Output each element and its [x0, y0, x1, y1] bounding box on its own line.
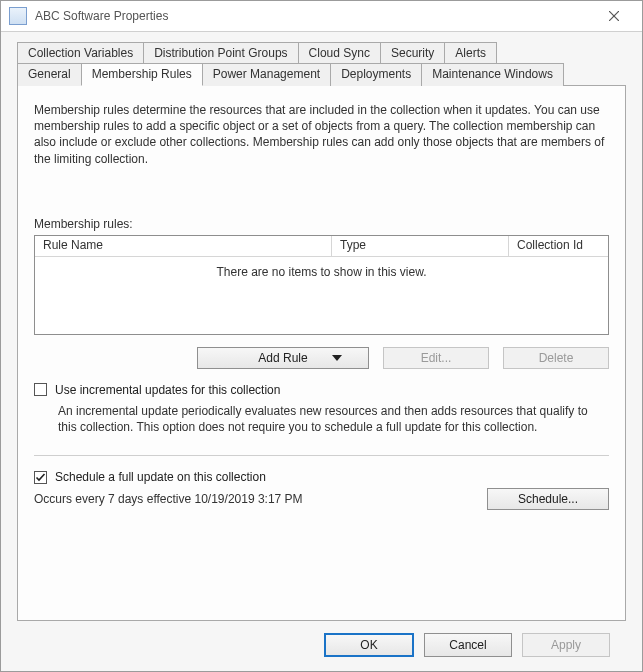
checkmark-icon	[35, 472, 46, 483]
listview-empty-text: There are no items to show in this view.	[216, 265, 426, 279]
dropdown-caret-icon	[332, 355, 342, 361]
rule-button-row: Add Rule Edit... Delete	[34, 347, 609, 369]
titlebar[interactable]: ABC Software Properties	[1, 1, 642, 32]
intro-text: Membership rules determine the resources…	[34, 102, 609, 167]
tab-collection-variables[interactable]: Collection Variables	[17, 42, 144, 64]
add-rule-label: Add Rule	[258, 351, 307, 365]
column-type[interactable]: Type	[332, 236, 509, 256]
tab-security[interactable]: Security	[380, 42, 445, 64]
schedule-checkbox[interactable]	[34, 471, 47, 484]
tab-cloud-sync[interactable]: Cloud Sync	[298, 42, 381, 64]
schedule-label: Schedule a full update on this collectio…	[55, 470, 266, 484]
client-area: Collection Variables Distribution Point …	[1, 32, 642, 671]
tab-maintenance-windows[interactable]: Maintenance Windows	[421, 63, 564, 86]
listview-body: There are no items to show in this view.	[35, 257, 608, 334]
properties-dialog: ABC Software Properties Collection Varia…	[0, 0, 643, 672]
membership-rules-panel: Membership rules determine the resources…	[17, 85, 626, 621]
delete-rule-button: Delete	[503, 347, 609, 369]
incremental-label: Use incremental updates for this collect…	[55, 383, 280, 397]
rules-listview[interactable]: Rule Name Type Collection Id There are n…	[34, 235, 609, 335]
close-icon	[609, 11, 619, 21]
close-button[interactable]	[594, 2, 634, 30]
schedule-button[interactable]: Schedule...	[487, 488, 609, 510]
edit-rule-button: Edit...	[383, 347, 489, 369]
column-collection-id[interactable]: Collection Id	[509, 236, 608, 256]
tab-general[interactable]: General	[17, 63, 82, 86]
svg-marker-2	[332, 355, 342, 361]
schedule-summary-row: Occurs every 7 days effective 10/19/2019…	[34, 488, 609, 510]
tabstrip: Collection Variables Distribution Point …	[17, 42, 626, 86]
app-icon	[9, 7, 27, 25]
dialog-button-row: OK Cancel Apply	[17, 621, 626, 671]
window-title: ABC Software Properties	[35, 9, 594, 23]
column-rule-name[interactable]: Rule Name	[35, 236, 332, 256]
tab-power-management[interactable]: Power Management	[202, 63, 331, 86]
apply-button: Apply	[522, 633, 610, 657]
cancel-button[interactable]: Cancel	[424, 633, 512, 657]
tab-alerts[interactable]: Alerts	[444, 42, 497, 64]
schedule-summary: Occurs every 7 days effective 10/19/2019…	[34, 492, 303, 506]
tab-deployments[interactable]: Deployments	[330, 63, 422, 86]
divider	[34, 455, 609, 456]
tab-membership-rules[interactable]: Membership Rules	[81, 63, 203, 86]
listview-header: Rule Name Type Collection Id	[35, 236, 608, 257]
incremental-help: An incremental update periodically evalu…	[58, 403, 609, 435]
schedule-row: Schedule a full update on this collectio…	[34, 470, 609, 484]
incremental-checkbox[interactable]	[34, 383, 47, 396]
add-rule-button[interactable]: Add Rule	[197, 347, 369, 369]
tab-distribution-point-groups[interactable]: Distribution Point Groups	[143, 42, 298, 64]
incremental-row: Use incremental updates for this collect…	[34, 383, 609, 397]
rules-label: Membership rules:	[34, 217, 609, 231]
ok-button[interactable]: OK	[324, 633, 414, 657]
